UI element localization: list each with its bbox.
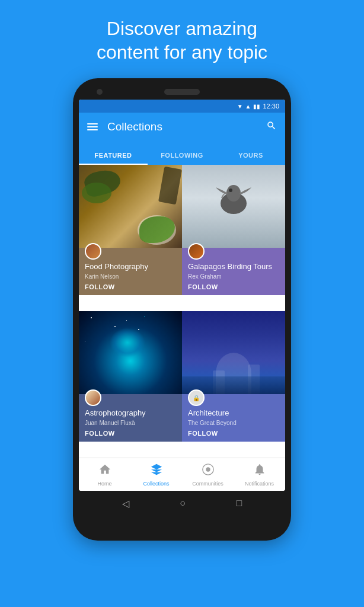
status-bar: ▼ ▲ ▮▮ 12:30 — [79, 100, 285, 113]
bottom-nav: Home Collections Communities Notificatio… — [79, 458, 285, 491]
card-birding-author: Rex Graham — [188, 273, 279, 280]
nav-home-label: Home — [97, 481, 111, 487]
phone-shell: ▼ ▲ ▮▮ 12:30 Collections FEATURED FOLLOW… — [73, 78, 291, 541]
card-food-photography[interactable]: Food Photography Karin Nelson FOLLOW — [79, 165, 182, 311]
nav-item-communities[interactable]: Communities — [182, 459, 234, 490]
card-food-title: Food Photography — [85, 262, 176, 272]
card-architecture[interactable]: 🔒 Architecture The Great Beyond FOLLOW — [182, 311, 285, 458]
avatar-juan — [85, 389, 101, 406]
card-birding-title: Galapagos Birding Tours — [188, 262, 279, 272]
toolbar-title: Collections — [107, 120, 257, 133]
tabs-bar: FEATURED FOLLOWING YOURS — [79, 141, 285, 165]
phone-camera — [97, 89, 103, 95]
card-arch-follow[interactable]: FOLLOW — [188, 430, 279, 437]
svg-point-4 — [206, 467, 210, 471]
tab-featured[interactable]: FEATURED — [79, 152, 148, 165]
avatar-arch: 🔒 — [188, 389, 205, 406]
card-food-follow[interactable]: FOLLOW — [85, 283, 176, 290]
phone-speaker — [164, 89, 200, 95]
recents-button[interactable]: □ — [237, 498, 242, 509]
toolbar: Collections — [79, 113, 285, 141]
card-astro-author: Juan Manuel Fluxà — [85, 420, 176, 426]
tab-yours[interactable]: YOURS — [216, 152, 285, 165]
bell-icon — [253, 463, 266, 479]
card-food-author: Karin Nelson — [85, 273, 176, 280]
card-birding[interactable]: Galapagos Birding Tours Rex Graham FOLLO… — [182, 165, 285, 311]
nav-item-collections[interactable]: Collections — [130, 459, 182, 490]
search-icon[interactable] — [266, 120, 277, 134]
nav-notifications-label: Notifications — [245, 481, 274, 487]
wifi-icon: ▼ — [237, 103, 243, 110]
nav-collections-label: Collections — [143, 481, 169, 487]
card-astro-title: Astrophotography — [85, 408, 176, 418]
avatar-rex — [188, 243, 205, 260]
communities-icon — [202, 463, 215, 479]
phone-screen: ▼ ▲ ▮▮ 12:30 Collections FEATURED FOLLOW… — [79, 100, 285, 491]
home-button[interactable]: ○ — [180, 498, 186, 509]
svg-point-1 — [226, 185, 241, 202]
avatar-karin — [85, 243, 101, 260]
status-time: 12:30 — [263, 103, 279, 110]
android-nav-bar: ◁ ○ □ — [79, 491, 285, 516]
card-astro-follow[interactable]: FOLLOW — [85, 430, 176, 437]
battery-icon: ▮▮ — [253, 103, 260, 110]
card-astro[interactable]: Astrophotography Juan Manuel Fluxà FOLLO… — [79, 311, 182, 458]
svg-point-2 — [229, 189, 232, 192]
back-button[interactable]: ◁ — [122, 498, 129, 509]
nav-item-home[interactable]: Home — [79, 459, 130, 490]
tab-following[interactable]: FOLLOWING — [148, 152, 216, 165]
hamburger-menu-icon[interactable] — [87, 123, 98, 130]
card-arch-title: Architecture — [188, 408, 279, 418]
signal-icon: ▲ — [245, 103, 251, 110]
nav-communities-label: Communities — [192, 481, 223, 487]
collections-grid: Food Photography Karin Nelson FOLLOW — [79, 165, 285, 458]
card-birding-follow[interactable]: FOLLOW — [188, 283, 279, 290]
collections-icon — [150, 463, 163, 479]
card-arch-author: The Great Beyond — [188, 420, 279, 426]
tagline: Discover amazing content for any topic — [73, 0, 291, 78]
nav-item-notifications[interactable]: Notifications — [234, 459, 285, 490]
home-icon — [98, 463, 111, 479]
